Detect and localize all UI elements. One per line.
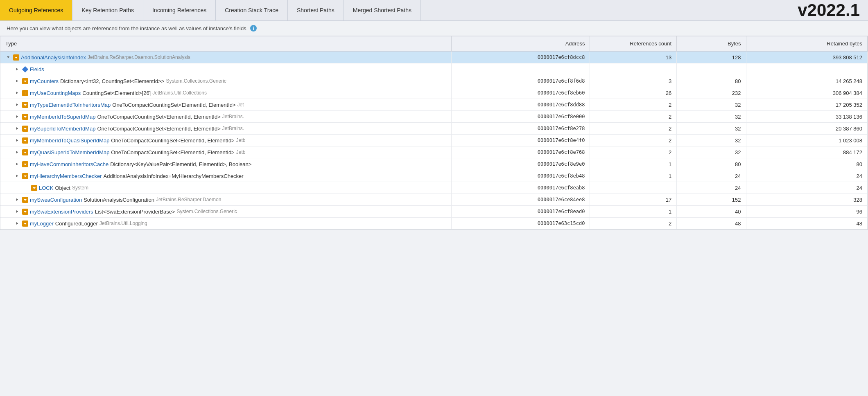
orange-icon (22, 137, 28, 144)
orange-icon (13, 54, 19, 61)
tab-incoming[interactable]: Incoming References (143, 0, 216, 20)
expander[interactable] (14, 114, 20, 119)
expander[interactable] (14, 220, 20, 226)
address-cell: 0000017e6cf8dcc8 (451, 51, 590, 63)
row-name-type: SolutionAnalysisConfiguration (84, 197, 154, 203)
row-namespace: System.Collections.Generic (166, 78, 226, 84)
row-name-type: Dictionary<Int32, CountingSet<ElementId>… (60, 78, 164, 84)
retained-bytes-cell: 20 387 860 (746, 123, 867, 135)
table-row[interactable]: myMemberIdToSuperIdMap OneToCompactCount… (0, 111, 868, 123)
info-text: Here you can view what objects are refer… (7, 25, 248, 32)
expander[interactable] (14, 102, 20, 108)
bytes-cell: 40 (677, 206, 746, 218)
tab-outgoing-label: Outgoing References (9, 7, 63, 14)
type-cell: Fields (0, 63, 451, 75)
orange-icon (22, 78, 28, 84)
expander[interactable] (14, 173, 20, 179)
svg-marker-16 (16, 127, 18, 130)
col-retained-bytes[interactable]: Retained bytes (746, 36, 867, 51)
svg-marker-3 (16, 68, 18, 70)
expander[interactable] (14, 197, 20, 202)
references-count-cell: 1 (590, 206, 677, 218)
retained-bytes-cell: 17 205 352 (746, 99, 867, 111)
bytes-cell: 232 (677, 87, 746, 99)
retained-bytes-cell: 884 172 (746, 146, 867, 158)
expander[interactable] (14, 126, 20, 131)
bytes-cell: 32 (677, 111, 746, 123)
row-name-type: OneToCompactCountingSet<ElementId, Eleme… (111, 137, 234, 144)
type-cell: mySweaConfiguration SolutionAnalysisConf… (0, 194, 451, 206)
tab-creation-label: Creation Stack Trace (225, 7, 278, 14)
table-row[interactable]: myHaveCommonInheritorsCache Dictionary<K… (0, 158, 868, 170)
bytes-cell: 32 (677, 123, 746, 135)
row-icon (22, 125, 28, 132)
bytes-cell: 80 (677, 158, 746, 170)
row-namespace: JetBrains.Util.Collections (152, 90, 207, 96)
expander[interactable] (14, 137, 20, 143)
svg-marker-10 (16, 104, 18, 106)
table-row[interactable]: myQuasiSuperIdToMemberIdMap OneToCompact… (0, 146, 868, 158)
table-header: Type Address References count Bytes Reta… (0, 36, 868, 51)
expander[interactable] (14, 149, 20, 155)
address-cell: 0000017e6cf8ead0 (451, 206, 590, 218)
bytes-cell: 80 (677, 75, 746, 87)
row-name-primary: mySuperIdToMemberIdMap (30, 126, 95, 132)
table-row[interactable]: myHierarchyMembersChecker AdditionalAnal… (0, 170, 868, 182)
blue-diamond-icon (22, 66, 28, 72)
table-row[interactable]: myMemberIdToQuasiSuperIdMap OneToCompact… (0, 135, 868, 146)
bytes-cell: 152 (677, 194, 746, 206)
references-count-cell: 1 (590, 170, 677, 182)
row-icon: ↑ (22, 90, 28, 96)
tab-outgoing[interactable]: Outgoing References (0, 0, 72, 20)
col-type[interactable]: Type (0, 36, 451, 51)
row-icon (22, 101, 28, 108)
row-icon (22, 113, 28, 120)
table-row[interactable]: AdditionalAnalysisInfoIndex JetBrains.Re… (0, 51, 868, 63)
table-row[interactable]: ▶LOCK Object System0000017e6cf8eab82424 (0, 182, 868, 194)
expander[interactable] (14, 78, 20, 84)
references-count-cell: 3 (590, 75, 677, 87)
row-name-type: OneToCompactCountingSet<ElementId, Eleme… (112, 102, 235, 108)
tab-key-retention[interactable]: Key Retention Paths (72, 0, 143, 20)
table-row[interactable]: mySweaConfiguration SolutionAnalysisConf… (0, 194, 868, 206)
svg-marker-0 (7, 56, 9, 58)
retained-bytes-cell: 48 (746, 218, 867, 230)
tab-bar: Outgoing References Key Retention Paths … (0, 0, 868, 21)
expander[interactable] (14, 90, 20, 96)
col-references-count[interactable]: References count (590, 36, 677, 51)
col-address[interactable]: Address (451, 36, 590, 51)
expander[interactable] (14, 209, 20, 214)
expander[interactable] (5, 54, 11, 60)
bytes-cell: 48 (677, 218, 746, 230)
table-row[interactable]: myTypeElementIdToInheritorsMap OneToComp… (0, 99, 868, 111)
table-row[interactable]: ↑myUseCountingMaps CountingSet<ElementId… (0, 87, 868, 99)
table-row[interactable]: myLogger ConfiguredLogger JetBrains.Util… (0, 218, 868, 230)
row-namespace: JetBrains.Util.Logging (99, 220, 147, 226)
table-row[interactable]: mySuperIdToMemberIdMap OneToCompactCount… (0, 123, 868, 135)
retained-bytes-cell: 24 (746, 170, 867, 182)
table-row[interactable]: mySwaExtensionProviders List<SwaExtensio… (0, 206, 868, 218)
references-count-cell: 2 (590, 146, 677, 158)
col-bytes[interactable]: Bytes (677, 36, 746, 51)
references-count-cell: 2 (590, 111, 677, 123)
orange-icon (22, 209, 28, 215)
references-count-cell: 2 (590, 99, 677, 111)
row-namespace: Jetb (236, 149, 246, 155)
table-row[interactable]: myCounters Dictionary<Int32, CountingSet… (0, 75, 868, 87)
retained-bytes-cell: 80 (746, 158, 867, 170)
table-row[interactable]: Fields (0, 63, 868, 75)
type-cell: myMemberIdToQuasiSuperIdMap OneToCompact… (0, 135, 451, 146)
tab-shortest[interactable]: Shortest Paths (288, 0, 344, 20)
row-name-type: AdditionalAnalysisInfoIndex+MyHierarchyM… (104, 173, 244, 179)
retained-bytes-cell: 306 904 384 (746, 87, 867, 99)
svg-marker-36 (16, 210, 18, 213)
expander[interactable] (14, 66, 20, 72)
tab-creation[interactable]: Creation Stack Trace (216, 0, 288, 20)
row-name-primary: myLogger (30, 220, 54, 227)
address-cell (451, 63, 590, 75)
expander[interactable] (14, 161, 20, 167)
row-icon (22, 208, 28, 215)
type-cell: myQuasiSuperIdToMemberIdMap OneToCompact… (0, 146, 451, 158)
orange-icon (22, 126, 28, 132)
tab-merged[interactable]: Merged Shortest Paths (344, 0, 421, 20)
